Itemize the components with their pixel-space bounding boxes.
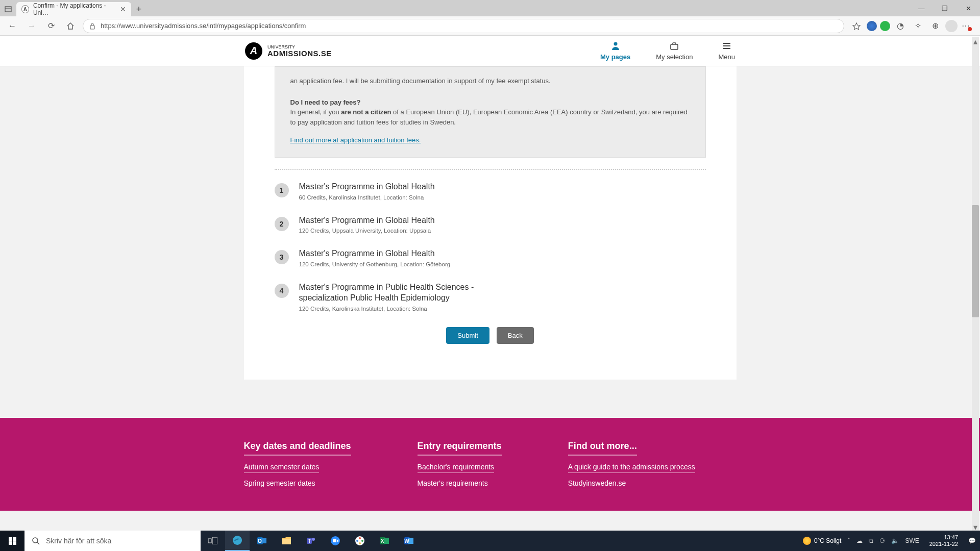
extension-icon[interactable]	[867, 21, 877, 31]
lock-icon	[89, 22, 95, 30]
favorites-icon[interactable]: ✧	[911, 19, 925, 33]
tray-onedrive-icon[interactable]: ☁	[856, 537, 863, 544]
close-window-button[interactable]: ✕	[957, 0, 980, 16]
svg-rect-28	[384, 538, 389, 544]
main-content: an application fee. I will be submitting…	[244, 66, 737, 380]
program-subtitle: 120 Credits, Uppsala University, Locatio…	[299, 228, 435, 234]
fee-info-link[interactable]: Find out more at application and tuition…	[290, 136, 421, 144]
address-bar[interactable]: https://www.universityadmissions.se/intl…	[83, 19, 844, 33]
tab-actions-button[interactable]	[0, 2, 16, 16]
taskbar-app-excel[interactable]: X	[372, 531, 397, 551]
program-item: 1 Master's Programme in Global Health 60…	[275, 181, 706, 201]
home-button[interactable]	[63, 19, 78, 33]
site-logo[interactable]: A UNIVERSITY ADMISSIONS.SE	[245, 42, 332, 60]
svg-text:T: T	[308, 538, 311, 544]
person-icon	[610, 41, 621, 51]
footer-link[interactable]: Master's requirements	[418, 479, 488, 489]
taskbar-app-teams[interactable]: T	[299, 531, 323, 551]
profile-button[interactable]	[945, 20, 958, 32]
program-subtitle: 60 Credits, Karolinska Institutet, Locat…	[299, 194, 435, 201]
tab-favicon: A	[21, 5, 29, 13]
submit-button[interactable]: Submit	[446, 327, 489, 344]
reload-button[interactable]: ⟳	[44, 19, 58, 33]
tray-notifications-icon[interactable]: 💬	[968, 537, 976, 544]
footer-link[interactable]: A quick guide to the admissions process	[568, 463, 695, 473]
taskbar-app-word[interactable]: W	[397, 531, 421, 551]
rank-badge: 1	[275, 183, 289, 197]
nav-my-pages[interactable]: My pages	[600, 41, 630, 61]
weather-widget[interactable]: 0°C Soligt	[803, 537, 842, 545]
svg-rect-14	[261, 538, 266, 543]
scrollbar[interactable]: ▴ ▾	[972, 37, 979, 531]
logo-text-main: ADMISSIONS.SE	[267, 49, 332, 57]
fee-info-box: an application fee. I will be submitting…	[275, 66, 706, 158]
svg-rect-11	[212, 537, 217, 544]
back-button[interactable]: Back	[497, 327, 534, 344]
search-placeholder: Skriv här för att söka	[46, 537, 111, 545]
tray-wifi-icon[interactable]: ⚆	[879, 537, 885, 544]
favorite-button[interactable]	[849, 19, 864, 33]
minimize-button[interactable]: —	[910, 0, 933, 16]
new-tab-button[interactable]: +	[131, 2, 146, 16]
tray-clock[interactable]: 13:47 2021-11-22	[925, 534, 962, 547]
svg-point-12	[233, 536, 242, 545]
extension-icon[interactable]: ◔	[893, 19, 908, 33]
tray-language[interactable]: SWE	[905, 537, 919, 544]
tray-chevron-icon[interactable]: ˄	[847, 537, 850, 544]
footer-link[interactable]: Studyinsweden.se	[568, 479, 626, 489]
maximize-button[interactable]: ❐	[933, 0, 957, 16]
program-subtitle: 120 Credits, University of Gothenburg, L…	[299, 261, 451, 267]
taskbar-app-zoom[interactable]	[323, 531, 348, 551]
fee-exempt-text: an application fee. I will be submitting…	[290, 76, 690, 86]
program-title: Master's Programme in Public Health Scie…	[299, 282, 493, 304]
extension-icon[interactable]	[880, 21, 890, 31]
url-text: https://www.universityadmissions.se/intl…	[101, 22, 306, 30]
briefcase-icon	[669, 41, 679, 51]
program-title: Master's Programme in Global Health	[299, 181, 435, 192]
nav-menu[interactable]: Menu	[718, 41, 735, 61]
svg-rect-4	[671, 44, 678, 49]
program-item: 2 Master's Programme in Global Health 12…	[275, 215, 706, 234]
fee-answer: In general, if you are not a citizen of …	[290, 107, 690, 127]
svg-rect-21	[333, 539, 336, 542]
svg-line-9	[37, 542, 39, 544]
sun-icon	[803, 537, 811, 545]
footer-heading: Find out more...	[568, 441, 637, 456]
program-item: 4 Master's Programme in Public Health Sc…	[275, 282, 706, 312]
start-button[interactable]	[0, 531, 24, 551]
taskbar-app-explorer[interactable]	[274, 531, 299, 551]
footer-heading: Key dates and deadlines	[244, 441, 351, 456]
browser-tab[interactable]: A Confirm - My applications - Uni… ✕	[16, 2, 131, 16]
tray-bluetooth-icon[interactable]: ⧉	[869, 537, 873, 544]
fee-question: Do I need to pay fees?	[290, 97, 690, 108]
browser-title-bar: A Confirm - My applications - Uni… ✕ + —…	[0, 0, 980, 16]
back-button[interactable]: ←	[5, 19, 19, 33]
footer-link[interactable]: Bachelor's requirements	[418, 463, 495, 473]
tray-volume-icon[interactable]: 🔈	[891, 537, 899, 544]
taskbar-app-edge[interactable]	[225, 531, 250, 551]
more-button[interactable]: ⋯	[961, 19, 975, 33]
forward-button: →	[24, 19, 39, 33]
program-title: Master's Programme in Global Health	[299, 215, 435, 226]
taskbar-app-outlook[interactable]: O	[250, 531, 274, 551]
svg-text:X: X	[381, 538, 384, 544]
svg-point-18	[312, 538, 315, 541]
svg-point-25	[359, 542, 361, 544]
tab-close-button[interactable]: ✕	[120, 5, 126, 13]
footer-link[interactable]: Spring semester dates	[244, 479, 315, 489]
svg-rect-16	[282, 539, 291, 544]
nav-my-selection[interactable]: My selection	[656, 41, 693, 61]
program-title: Master's Programme in Global Health	[299, 248, 451, 259]
taskbar-search[interactable]: Skriv här för att söka	[24, 531, 201, 551]
svg-text:W: W	[404, 538, 409, 544]
svg-rect-0	[5, 7, 11, 12]
collections-icon[interactable]: ⊕	[928, 19, 942, 33]
footer-link[interactable]: Autumn semester dates	[244, 463, 320, 473]
rank-badge: 3	[275, 250, 289, 264]
rank-badge: 4	[275, 284, 289, 298]
svg-point-24	[361, 540, 363, 542]
taskbar-app-generic[interactable]	[348, 531, 372, 551]
task-view-button[interactable]	[201, 531, 225, 551]
rank-badge: 2	[275, 217, 289, 231]
program-subtitle: 120 Credits, Karolinska Institutet, Loca…	[299, 306, 493, 312]
